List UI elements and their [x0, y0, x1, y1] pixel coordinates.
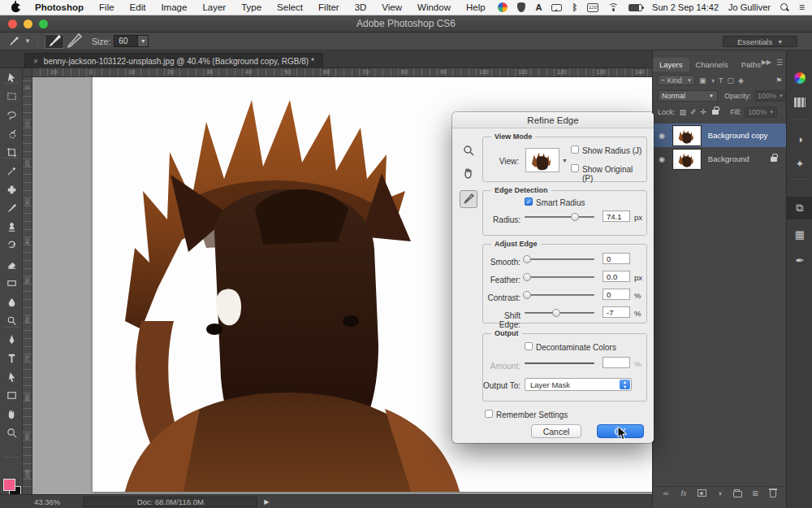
menu-item-window[interactable]: Window — [417, 2, 451, 12]
layer-name[interactable]: Background — [708, 154, 749, 163]
erase-refinements-tool-button[interactable] — [64, 34, 84, 49]
layer-thumbnail[interactable] — [673, 126, 701, 145]
battery-icon[interactable] — [628, 2, 642, 13]
menu-item-help[interactable]: Help — [466, 2, 486, 12]
zoom-percentage[interactable]: 43.36% — [34, 497, 60, 506]
dialog-zoom-tool-button[interactable] — [460, 141, 477, 159]
smooth-slider[interactable] — [525, 254, 594, 263]
hand-tool[interactable] — [0, 405, 23, 423]
paths-panel-icon[interactable]: ✒ — [787, 249, 812, 271]
contrast-slider[interactable] — [525, 290, 594, 299]
lasso-tool[interactable] — [0, 106, 23, 124]
menu-item-file[interactable]: File — [99, 2, 114, 12]
ruler-top[interactable]: 100102030405060708090100110120130140 — [32, 68, 652, 77]
channels-panel-icon[interactable]: ▦ — [787, 223, 812, 245]
notification-center-icon[interactable]: ≡ — [799, 2, 804, 13]
path-selection-tool[interactable] — [0, 367, 23, 385]
dialog-title[interactable]: Refine Edge — [452, 112, 654, 128]
blend-mode-dropdown[interactable]: Normal▼ — [658, 90, 718, 102]
filter-toggle-icon[interactable]: ⚑ — [775, 76, 782, 85]
view-mode-thumbnail[interactable] — [525, 148, 559, 172]
menu-user[interactable]: Jo Gulliver — [728, 2, 771, 12]
filter-image-icon[interactable]: ▣ — [699, 76, 706, 85]
panel-menu-icon[interactable]: ☰ — [776, 59, 783, 67]
show-radius-checkbox[interactable] — [571, 145, 579, 154]
filter-adjustment-icon[interactable]: ◑ — [710, 76, 715, 85]
eyedropper-tool[interactable] — [0, 162, 23, 180]
shift-edge-slider[interactable] — [525, 308, 594, 317]
wifi-icon[interactable] — [608, 2, 619, 13]
decontaminate-colors-checkbox[interactable] — [525, 342, 533, 350]
current-tool-brush-icon[interactable] — [6, 35, 23, 48]
blur-tool[interactable] — [0, 293, 23, 310]
link-layers-icon[interactable]: ∞ — [661, 488, 671, 497]
smart-radius-checkbox[interactable]: ✓ — [525, 198, 533, 206]
fill-value[interactable]: 100%▼ — [745, 106, 777, 118]
menu-clock[interactable]: Sun 2 Sep 14:42 — [652, 2, 719, 12]
lock-transparency-icon[interactable]: ▨ — [680, 108, 687, 116]
lock-paint-icon[interactable]: ✐ — [690, 108, 697, 116]
add-mask-icon[interactable] — [697, 488, 706, 497]
refine-radius-tool-button[interactable] — [460, 190, 477, 208]
tab-layers[interactable]: Layers — [653, 58, 689, 72]
quick-selection-tool[interactable] — [0, 124, 23, 142]
feather-value-field[interactable]: 0.0 — [603, 271, 630, 282]
history-brush-tool[interactable] — [0, 237, 23, 254]
brush-size-caret-icon[interactable]: ▼ — [138, 35, 149, 47]
status-options-arrow-icon[interactable]: ▶ — [264, 498, 269, 506]
styles-panel-icon[interactable]: ✦ — [787, 152, 812, 175]
menu-item-filter[interactable]: Filter — [318, 2, 339, 12]
visibility-eye-icon[interactable]: ◉ — [659, 155, 665, 163]
adjustments-panel-icon[interactable]: ◑ — [787, 128, 812, 150]
filter-smart-object-icon[interactable]: ◈ — [738, 76, 744, 85]
creative-cloud-icon[interactable] — [498, 2, 508, 13]
layer-name[interactable]: Background copy — [708, 131, 767, 140]
layer-row-background-copy[interactable]: ◉ Background copy — [653, 124, 787, 147]
menu-item-image[interactable]: Image — [161, 2, 187, 12]
opacity-value[interactable]: 100%▼ — [754, 90, 787, 102]
radius-value-field[interactable]: 74.1 — [603, 211, 630, 222]
output-to-dropdown[interactable]: Layer Mask ▲▼ — [525, 378, 632, 391]
healing-brush-tool[interactable] — [0, 180, 23, 198]
color-panel-icon[interactable] — [787, 67, 812, 89]
ruler-left[interactable]: 0102030405060708090100 — [23, 77, 32, 494]
menu-item-photoshop[interactable]: Photoshop — [35, 2, 84, 12]
menu-item-layer[interactable]: Layer — [202, 2, 226, 12]
feather-slider[interactable] — [525, 272, 594, 281]
app-a-icon[interactable]: A — [535, 2, 542, 13]
menu-item-view[interactable]: View — [382, 2, 402, 12]
layer-row-background[interactable]: ◉ Background — [653, 147, 787, 171]
filter-shape-icon[interactable]: ▢ — [727, 76, 734, 85]
lock-all-icon[interactable] — [710, 108, 720, 117]
swatches-panel-icon[interactable] — [787, 91, 812, 114]
bluetooth-icon[interactable]: ᛒ — [572, 2, 577, 13]
delete-layer-icon[interactable] — [768, 488, 778, 497]
radius-slider[interactable] — [525, 212, 594, 221]
shape-tool[interactable] — [0, 386, 23, 404]
apple-menu-icon[interactable] — [11, 3, 20, 12]
remember-settings-checkbox[interactable] — [485, 410, 493, 418]
layer-thumbnail[interactable] — [673, 150, 701, 169]
eraser-tool[interactable] — [0, 255, 23, 273]
shift-edge-value-field[interactable]: -7 — [603, 306, 630, 318]
input-source-icon[interactable]: 120 — [587, 2, 598, 13]
visibility-eye-icon[interactable]: ◉ — [659, 132, 665, 140]
layer-effects-icon[interactable]: fx — [679, 488, 689, 497]
pen-tool[interactable] — [0, 330, 23, 348]
contrast-value-field[interactable]: 0 — [603, 289, 630, 300]
brush-size-value[interactable]: 60 — [114, 35, 138, 47]
filter-type-icon[interactable]: T — [719, 76, 723, 85]
close-tab-icon[interactable]: × — [33, 57, 38, 66]
new-layer-icon[interactable]: ⊞ — [750, 488, 760, 497]
marquee-tool[interactable] — [0, 87, 23, 105]
menu-item-3d[interactable]: 3D — [355, 2, 367, 12]
document-tab[interactable]: × benny-jackson-103122-unsplash.jpg @ 40… — [24, 53, 323, 68]
gradient-tool[interactable] — [0, 274, 23, 292]
type-tool[interactable] — [0, 349, 23, 367]
layers-panel-icon[interactable]: ⧉ — [787, 197, 812, 219]
lock-move-icon[interactable]: ✛ — [701, 108, 707, 116]
collapse-panel-icon[interactable]: ▶▶ — [762, 59, 771, 66]
spotlight-search-icon[interactable] — [780, 2, 789, 13]
filter-kind-dropdown[interactable]: ⌁Kind▼ — [658, 75, 695, 85]
foreground-color-swatch[interactable] — [3, 479, 15, 491]
